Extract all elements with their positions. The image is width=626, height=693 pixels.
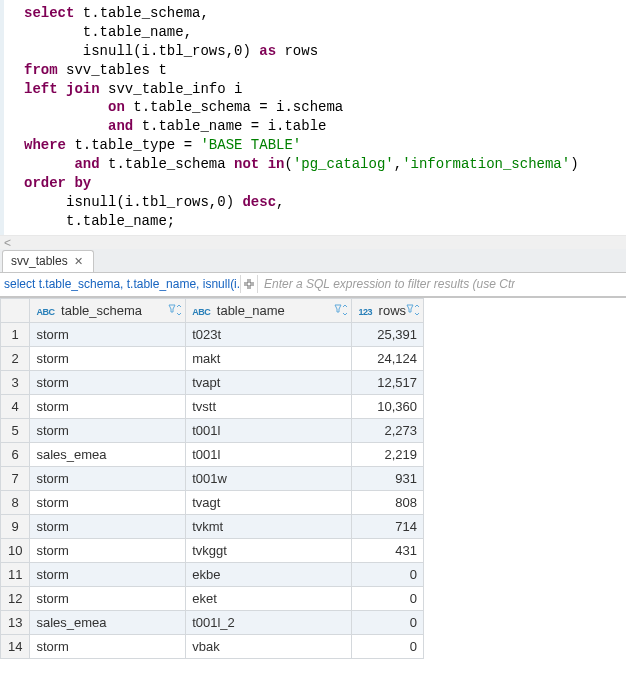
row-number[interactable]: 6 [1,442,30,466]
cell-table-name[interactable]: tvapt [186,370,352,394]
expand-icon[interactable] [240,275,258,293]
column-type-badge: ABC [36,307,54,317]
cell-table-name[interactable]: t023t [186,322,352,346]
cell-table-schema[interactable]: storm [30,370,186,394]
table-row[interactable]: 8stormtvagt808 [1,490,424,514]
column-type-badge: ABC [192,307,210,317]
cell-table-schema[interactable]: storm [30,538,186,562]
cell-rows[interactable]: 431 [352,538,424,562]
row-number[interactable]: 14 [1,634,30,658]
table-row[interactable]: 2stormmakt24,124 [1,346,424,370]
row-number[interactable]: 12 [1,586,30,610]
editor-horizontal-scrollbar[interactable]: < [0,235,626,249]
cell-table-schema[interactable]: storm [30,586,186,610]
cell-table-schema[interactable]: storm [30,490,186,514]
cell-rows[interactable]: 2,273 [352,418,424,442]
close-icon[interactable]: ✕ [74,255,83,268]
column-filter-sort-icon[interactable] [168,304,182,316]
cell-table-schema[interactable]: storm [30,562,186,586]
cell-rows[interactable]: 714 [352,514,424,538]
sql-editor[interactable]: select t.table_schema, t.table_name, isn… [0,0,626,235]
cell-rows[interactable]: 931 [352,466,424,490]
column-header-table-schema[interactable]: ABC table_schema [30,298,186,322]
cell-rows[interactable]: 2,219 [352,442,424,466]
cell-table-schema[interactable]: sales_emea [30,442,186,466]
table-row[interactable]: 13sales_emeat001l_20 [1,610,424,634]
cell-table-schema[interactable]: storm [30,322,186,346]
grid-corner[interactable] [1,298,30,322]
table-row[interactable]: 3stormtvapt12,517 [1,370,424,394]
column-header-label: table_schema [61,303,142,318]
tab-svv-tables[interactable]: svv_tables ✕ [2,250,94,272]
cell-table-name[interactable]: eket [186,586,352,610]
cell-rows[interactable]: 25,391 [352,322,424,346]
cell-rows[interactable]: 24,124 [352,346,424,370]
cell-table-name[interactable]: t001l [186,442,352,466]
table-row[interactable]: 1stormt023t25,391 [1,322,424,346]
cell-table-name[interactable]: t001l [186,418,352,442]
table-row[interactable]: 9stormtvkmt714 [1,514,424,538]
cell-table-name[interactable]: ekbe [186,562,352,586]
cell-rows[interactable]: 10,360 [352,394,424,418]
column-header-label: table_name [217,303,285,318]
column-header-row: ABC table_schema ABC table_name 123 rows [1,298,424,322]
row-number[interactable]: 7 [1,466,30,490]
row-number[interactable]: 1 [1,322,30,346]
cell-table-name[interactable]: tvkggt [186,538,352,562]
table-row[interactable]: 12stormeket0 [1,586,424,610]
table-row[interactable]: 7stormt001w931 [1,466,424,490]
cell-table-schema[interactable]: storm [30,394,186,418]
cell-rows[interactable]: 0 [352,562,424,586]
cell-table-name[interactable]: makt [186,346,352,370]
cell-table-schema[interactable]: storm [30,418,186,442]
cell-table-schema[interactable]: sales_emea [30,610,186,634]
row-number[interactable]: 13 [1,610,30,634]
filter-sql-preview[interactable]: select t.table_schema, t.table_name, isn… [0,277,240,291]
table-row[interactable]: 4stormtvstt10,360 [1,394,424,418]
results-grid: ABC table_schema ABC table_name 123 rows [0,297,626,659]
cell-rows[interactable]: 0 [352,586,424,610]
results-tabbar: svv_tables ✕ [0,249,626,273]
cell-table-name[interactable]: tvstt [186,394,352,418]
cell-table-schema[interactable]: storm [30,634,186,658]
row-number[interactable]: 3 [1,370,30,394]
row-number[interactable]: 2 [1,346,30,370]
cell-table-name[interactable]: vbak [186,634,352,658]
cell-rows[interactable]: 0 [352,610,424,634]
cell-table-schema[interactable]: storm [30,514,186,538]
row-number[interactable]: 11 [1,562,30,586]
column-type-badge: 123 [358,307,372,317]
table-row[interactable]: 5stormt001l2,273 [1,418,424,442]
filter-input[interactable]: Enter a SQL expression to filter results… [258,277,515,291]
row-number[interactable]: 5 [1,418,30,442]
table-row[interactable]: 10stormtvkggt431 [1,538,424,562]
cell-table-name[interactable]: t001w [186,466,352,490]
results-filter-bar: select t.table_schema, t.table_name, isn… [0,273,626,297]
row-number[interactable]: 4 [1,394,30,418]
column-filter-sort-icon[interactable] [406,304,420,316]
cell-table-name[interactable]: tvkmt [186,514,352,538]
row-number[interactable]: 8 [1,490,30,514]
cell-rows[interactable]: 12,517 [352,370,424,394]
cell-rows[interactable]: 0 [352,634,424,658]
scroll-left-indicator: < [4,236,11,250]
tab-label: svv_tables [11,254,68,268]
table-row[interactable]: 11stormekbe0 [1,562,424,586]
column-filter-sort-icon[interactable] [334,304,348,316]
cell-table-name[interactable]: t001l_2 [186,610,352,634]
row-number[interactable]: 10 [1,538,30,562]
table-row[interactable]: 14stormvbak0 [1,634,424,658]
table-row[interactable]: 6sales_emeat001l2,219 [1,442,424,466]
row-number[interactable]: 9 [1,514,30,538]
column-header-table-name[interactable]: ABC table_name [186,298,352,322]
cell-table-schema[interactable]: storm [30,466,186,490]
cell-rows[interactable]: 808 [352,490,424,514]
column-header-rows[interactable]: 123 rows [352,298,424,322]
cell-table-schema[interactable]: storm [30,346,186,370]
cell-table-name[interactable]: tvagt [186,490,352,514]
column-header-label: rows [379,303,406,318]
